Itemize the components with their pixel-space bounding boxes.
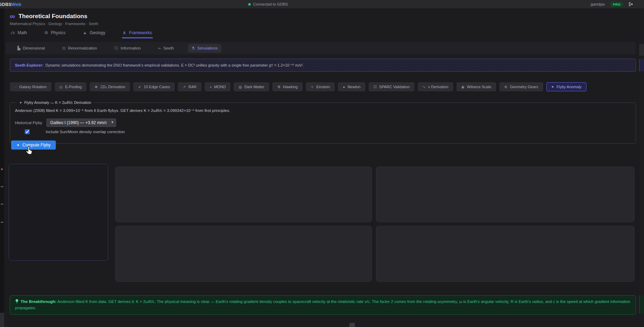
sim-button-hawking[interactable]: ☢Hawking [272, 82, 303, 91]
double-check-icon: ✔ [138, 85, 141, 89]
radiation-icon: ☢ [277, 85, 280, 89]
result-panel-top-right [376, 167, 635, 222]
seeth-explorer-banner: Seeth Explorer: Dynamic simulations demo… [10, 59, 636, 72]
main-content: ∞ Theoretical Foundations Mathematical P… [4, 8, 639, 327]
flask-icon: ⚗ [191, 46, 195, 51]
satellite-icon: ✦ [551, 85, 554, 89]
sim-button-e-pooling[interactable]: ◎E-Pooling [55, 82, 87, 91]
breakthrough-label: The Breakthrough: [21, 299, 56, 304]
flyby-derivation-fieldset: ✦ Flyby Anomaly — K = 2ωR/c Derivation A… [10, 100, 636, 144]
fieldset-legend-text: Flyby Anomaly — K = 2ωR/c Derivation [24, 100, 91, 105]
share-nodes-icon: ⋔ [123, 30, 126, 35]
sqrt-icon: √x [10, 30, 15, 35]
gears-icon: ⚙ [504, 85, 507, 89]
result-panel-sidebar [9, 164, 108, 261]
app-logo[interactable]: GDBSWeb [0, 2, 21, 7]
correction-checkbox-row: Include Sun/Moon density overlap correct… [15, 129, 631, 134]
result-panel-bottom-left [115, 226, 372, 282]
background-window-fragment [639, 295, 644, 313]
background-window-left-edge [0, 8, 4, 327]
description-italic: derives [130, 108, 143, 113]
fieldset-legend: ✦ Flyby Anomaly — K = 2ωR/c Derivation [16, 100, 94, 105]
mountain-icon: ▲ [83, 30, 87, 35]
sim-button-dark-matter[interactable]: ◍Dark Matter [234, 82, 269, 91]
subtab-dimensional[interactable]: ▙ Dimensional [14, 44, 48, 53]
status-dot-icon [248, 3, 251, 6]
sim-button-geometry-gears[interactable]: ⚙Geometry Gears [499, 82, 543, 91]
sim-button-label: Hawking [283, 85, 298, 89]
breakthrough-banner: The Breakthrough: Anderson fitted K from… [10, 295, 636, 315]
chart-line-icon: ↗ [183, 85, 186, 89]
sim-button-label: 10 Edge Cases [144, 85, 170, 89]
tab-physics[interactable]: ⚙ Physics [44, 28, 66, 38]
sim-button-sparc-validation[interactable]: ☑SPARC Validation [369, 82, 415, 91]
description-text: Anderson (2008) fitted K = 3.099×10⁻⁶ fr… [15, 108, 130, 113]
sim-button-rar[interactable]: ↗RAR [178, 82, 201, 91]
tab-label: Frameworks [129, 30, 152, 35]
sim-button-label: Newton [348, 85, 361, 89]
bullseye-icon: ◎ [60, 85, 63, 89]
connection-status: Connected to GDBS [248, 0, 288, 8]
sim-button-label: ν Derivation [428, 85, 448, 89]
description-text: K = 2ωR/c = 3.099342×10⁻⁶ from first pri… [143, 108, 230, 113]
sim-button-edge-cases[interactable]: ✔10 Edge Cases [133, 82, 175, 91]
tab-frameworks[interactable]: ⋔ Frameworks [122, 28, 153, 38]
sim-button-label: ΞD₀ Derivation [100, 85, 125, 89]
pro-badge: PRO [610, 2, 624, 7]
sim-button-label: Flyby Anomaly [556, 85, 582, 89]
info-icon: ⓘ [114, 46, 118, 51]
banner-text: Dynamic simulations demonstrating the DS… [45, 63, 304, 68]
brand-suffix: Web [12, 2, 21, 7]
logout-icon[interactable] [629, 2, 634, 6]
result-panel-bottom-right [376, 226, 635, 282]
sim-button-galaxy-rotation[interactable]: ◌Galaxy Rotation [10, 82, 52, 91]
half-moon-icon: ◑ [210, 85, 212, 89]
tab-geology[interactable]: ▲ Geology [82, 28, 106, 38]
subtab-label: Information [121, 46, 141, 50]
background-window-fragment [1, 168, 3, 170]
sim-button-xid0-derivation[interactable]: ❋ΞD₀ Derivation [90, 82, 130, 91]
background-window-fragment [1, 204, 3, 205]
sim-button-label: SPARC Validation [379, 85, 410, 89]
sim-button-einstein[interactable]: ⚛Einstein [306, 82, 335, 91]
sim-button-mond[interactable]: ◑MOND [205, 82, 231, 91]
tab-math[interactable]: √x Math [10, 28, 28, 38]
sim-button-label: Galaxy Rotation [19, 85, 46, 89]
result-panel-top-left [115, 167, 372, 222]
subtab-label: Simulations [197, 46, 218, 50]
sim-button-newton[interactable]: ●Newton [338, 82, 365, 91]
top-bar: GDBSWeb Connected to GDBS garetjax PRO [0, 0, 644, 8]
compress-icon: ⊡ [62, 46, 66, 51]
select-label: Historical Flyby [15, 121, 42, 125]
sim-button-witness-scale[interactable]: ◉Witness Scale [456, 82, 496, 91]
brand-prefix: GDBS [0, 2, 12, 7]
subtab-information[interactable]: ⓘ Information [111, 44, 144, 53]
sim-button-flyby-anomaly[interactable]: ✦Flyby Anomaly [546, 82, 586, 91]
sim-button-label: Dark Matter [244, 85, 264, 89]
flyby-description: Anderson (2008) fitted K = 3.099×10⁻⁶ fr… [15, 108, 631, 113]
checkbox-label: Include Sun/Moon density overlap correct… [46, 130, 125, 134]
background-window-fragment [349, 323, 355, 327]
subtab-seeth[interactable]: ∞ Seeth [155, 44, 177, 52]
subtab-label: Seeth [163, 46, 174, 50]
username: garetjax [591, 2, 605, 6]
subtab-simulations[interactable]: ⚗ Simulations [188, 44, 221, 53]
historical-flyby-row: Historical Flyby Galileo I (1990) — +3.9… [15, 119, 631, 127]
satellite-icon: ✦ [19, 101, 22, 105]
waveform-icon: ∿ [423, 85, 426, 89]
infinity-icon: ∞ [10, 13, 15, 20]
sim-button-nu-derivation[interactable]: ∿ν Derivation [418, 82, 453, 91]
subtab-renormalization[interactable]: ⊡ Renormalization [59, 44, 100, 53]
sun-moon-correction-checkbox[interactable] [25, 129, 30, 134]
atom-icon: ⚛ [311, 85, 314, 89]
app-window: GDBSWeb Connected to GDBS garetjax PRO ∞ [0, 0, 644, 327]
subtab-label: Dimensional [23, 46, 45, 50]
background-window-right-edge [639, 0, 644, 327]
compute-flyby-button[interactable]: ✦ Compute Flyby [11, 140, 56, 150]
simulation-button-row: ◌Galaxy Rotation ◎E-Pooling ❋ΞD₀ Derivat… [10, 82, 586, 91]
historical-flyby-select[interactable]: Galileo I (1990) — +3.92 mm/s [46, 119, 116, 127]
tab-label: Physics [51, 30, 65, 35]
compute-button-label: Compute Flyby [22, 143, 51, 147]
background-window-fragment [639, 44, 644, 56]
eye-icon: ◉ [461, 85, 464, 89]
